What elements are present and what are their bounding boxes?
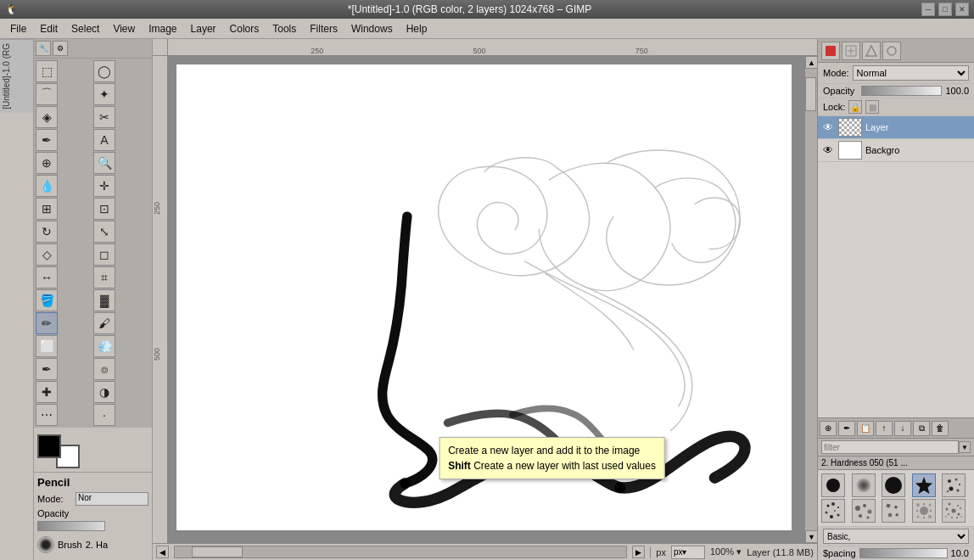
raise-layer-btn[interactable]: ↑ bbox=[876, 421, 893, 436]
brush-category-select[interactable]: Basic, bbox=[823, 529, 969, 544]
tool-paths[interactable]: ✒ bbox=[36, 129, 58, 151]
tool-extra[interactable]: · bbox=[93, 404, 115, 426]
tool-dodge-burn[interactable]: ◑ bbox=[93, 381, 115, 403]
minimize-button[interactable]: ─ bbox=[921, 3, 935, 16]
tool-blend[interactable]: ▓ bbox=[93, 289, 115, 311]
menu-item-layer[interactable]: Layer bbox=[184, 21, 223, 36]
tool-measure[interactable]: ⊕ bbox=[36, 152, 58, 174]
toolbox-tab-tools[interactable]: 🔧 bbox=[36, 41, 51, 56]
rp-tool-3[interactable] bbox=[862, 42, 881, 60]
lower-layer-btn[interactable]: ↓ bbox=[894, 421, 911, 436]
drawing-canvas[interactable]: Create a new layer and add it to the ima… bbox=[176, 64, 792, 530]
titlebar-icon: 🐧 bbox=[5, 3, 18, 15]
tool-cage[interactable]: ⌗ bbox=[93, 266, 115, 288]
scroll-up-button[interactable]: ▲ bbox=[805, 56, 817, 69]
rp-tool-1[interactable] bbox=[821, 42, 840, 60]
scroll-down-button[interactable]: ▼ bbox=[805, 530, 817, 543]
rp-tool-2[interactable] bbox=[842, 42, 860, 60]
brush-hard-large[interactable] bbox=[882, 473, 905, 497]
tool-color-picker[interactable]: 💧 bbox=[36, 175, 58, 197]
menu-item-view[interactable]: View bbox=[106, 21, 142, 36]
tool-smudge[interactable]: ⋯ bbox=[36, 404, 58, 426]
mode-select[interactable]: Normal Dissolve Multiply Screen Overlay bbox=[853, 65, 969, 81]
layer-visibility-2[interactable]: 👁 bbox=[821, 143, 835, 157]
menu-item-windows[interactable]: Windows bbox=[344, 21, 400, 36]
unit-dropdown[interactable]: px ▾ bbox=[671, 546, 705, 559]
menu-item-tools[interactable]: Tools bbox=[266, 21, 303, 36]
brush-scatter-3[interactable] bbox=[852, 499, 876, 523]
new-path-btn[interactable]: ✒ bbox=[838, 421, 855, 436]
brush-scatter-1[interactable] bbox=[942, 473, 966, 497]
menu-item-edit[interactable]: Edit bbox=[33, 21, 64, 36]
duplicate-layer-btn[interactable]: ⧉ bbox=[913, 421, 930, 436]
layer-item-background[interactable]: 👁 Backgro bbox=[818, 139, 974, 162]
opacity-label: Opacity bbox=[37, 508, 69, 518]
lock-alpha-btn[interactable]: ▩ bbox=[865, 100, 879, 114]
svg-point-5 bbox=[826, 479, 840, 492]
menu-item-select[interactable]: Select bbox=[64, 21, 106, 36]
maximize-button[interactable]: □ bbox=[938, 3, 952, 16]
tool-heal[interactable]: ✚ bbox=[36, 381, 58, 403]
brush-soft-round[interactable] bbox=[852, 473, 876, 497]
tool-align[interactable]: ⊞ bbox=[36, 198, 58, 220]
tool-bucket-fill[interactable]: 🪣 bbox=[36, 289, 58, 311]
tool-crop[interactable]: ⊡ bbox=[93, 198, 115, 220]
tool-flip[interactable]: ↔ bbox=[36, 266, 58, 288]
layer-name-1: Layer bbox=[865, 122, 889, 132]
tool-lasso[interactable]: ⌒ bbox=[36, 83, 58, 105]
tool-ellipse-select[interactable]: ◯ bbox=[93, 60, 115, 82]
brushes-filter-input[interactable] bbox=[821, 440, 959, 454]
menu-item-filters[interactable]: Filters bbox=[303, 21, 344, 36]
tool-text[interactable]: A bbox=[93, 129, 115, 151]
tool-pencil[interactable]: ✏ bbox=[36, 312, 58, 334]
brush-scatter-4[interactable] bbox=[882, 499, 905, 523]
menu-item-file[interactable]: File bbox=[3, 21, 33, 36]
toolbox-tab-options[interactable]: ⚙ bbox=[53, 41, 68, 56]
new-layer-btn[interactable]: 📋 bbox=[857, 421, 874, 436]
scrollbar-horizontal[interactable] bbox=[174, 546, 627, 558]
tool-shear[interactable]: ◇ bbox=[36, 244, 58, 266]
new-channel-btn[interactable]: ⊕ bbox=[820, 421, 837, 436]
tool-paintbrush[interactable]: 🖌 bbox=[93, 312, 115, 334]
canvas-scroll-area[interactable]: Create a new layer and add it to the ima… bbox=[168, 56, 804, 543]
tool-rect-select[interactable]: ⬚ bbox=[36, 60, 58, 82]
layer-item-layer[interactable]: 👁 Layer bbox=[818, 116, 974, 139]
menu-item-image[interactable]: Image bbox=[142, 21, 183, 36]
brush-scatter-2[interactable] bbox=[821, 499, 845, 523]
tool-color-select[interactable]: ◈ bbox=[36, 106, 58, 128]
tool-clone[interactable]: ⌾ bbox=[93, 358, 115, 380]
spacing-slider[interactable] bbox=[859, 548, 948, 558]
opacity-slider[interactable] bbox=[861, 86, 942, 96]
svg-point-14 bbox=[947, 490, 949, 492]
lock-pixels-btn[interactable]: 🔒 bbox=[848, 100, 862, 114]
brushes-collapse-arrow[interactable]: ▼ bbox=[959, 441, 971, 453]
menu-item-help[interactable]: Help bbox=[400, 21, 434, 36]
tool-move[interactable]: ✛ bbox=[93, 175, 115, 197]
tool-perspective[interactable]: ◻ bbox=[93, 244, 115, 266]
brush-splatter-1[interactable] bbox=[912, 499, 936, 523]
tool-scale[interactable]: ⤡ bbox=[93, 221, 115, 243]
opacity-slider[interactable] bbox=[37, 521, 105, 531]
layer-visibility-1[interactable]: 👁 bbox=[821, 120, 835, 134]
tool-scissors[interactable]: ✂ bbox=[93, 106, 115, 128]
zoom-dropdown-arrow[interactable]: ▾ bbox=[736, 546, 742, 557]
close-button[interactable]: ✕ bbox=[955, 3, 969, 16]
tool-airbrush[interactable]: 💨 bbox=[93, 335, 115, 357]
brush-splatter-2[interactable] bbox=[942, 499, 966, 523]
mode-input[interactable]: Nor bbox=[76, 492, 148, 506]
scrollbar-v-thumb[interactable] bbox=[805, 77, 816, 111]
brush-star[interactable] bbox=[912, 473, 936, 497]
scroll-right-button[interactable]: ▶ bbox=[632, 546, 645, 558]
tool-eraser[interactable]: ⬜ bbox=[36, 335, 58, 357]
scroll-left-button[interactable]: ◀ bbox=[156, 546, 169, 558]
scrollbar-h-thumb[interactable] bbox=[192, 546, 243, 557]
tool-rotate[interactable]: ↻ bbox=[36, 221, 58, 243]
tool-ink[interactable]: ✒ bbox=[36, 358, 58, 380]
foreground-color[interactable] bbox=[37, 434, 61, 458]
tool-zoom[interactable]: 🔍 bbox=[93, 152, 115, 174]
brush-hard-round[interactable] bbox=[821, 473, 845, 497]
menu-item-colors[interactable]: Colors bbox=[223, 21, 266, 36]
tool-magic-wand[interactable]: ✦ bbox=[93, 83, 115, 105]
rp-tool-4[interactable] bbox=[882, 42, 901, 60]
delete-layer-btn[interactable]: 🗑 bbox=[932, 421, 949, 436]
